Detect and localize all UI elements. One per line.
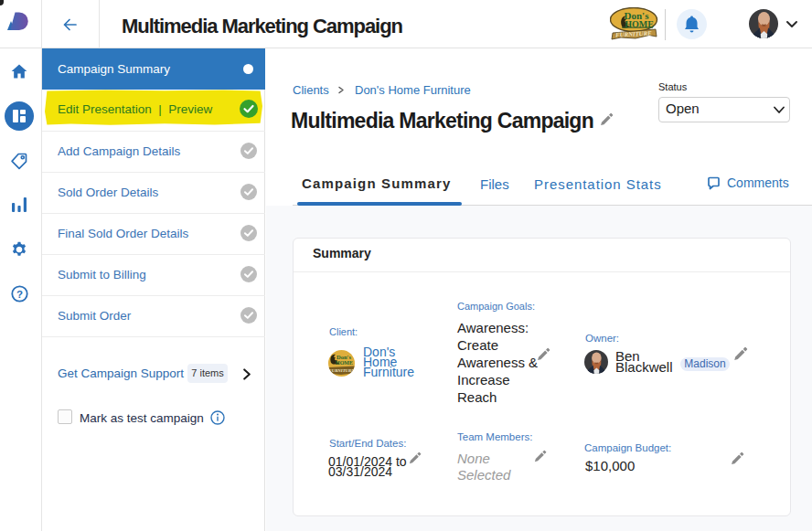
svg-text:Don's: Don's xyxy=(337,354,351,360)
svg-text:FURNITURE: FURNITURE xyxy=(615,29,652,37)
svg-text:FURNITURE: FURNITURE xyxy=(329,368,355,373)
svg-text:HOME: HOME xyxy=(336,360,353,366)
svg-text:HOME: HOME xyxy=(625,19,654,29)
svg-text:?: ? xyxy=(16,289,23,300)
